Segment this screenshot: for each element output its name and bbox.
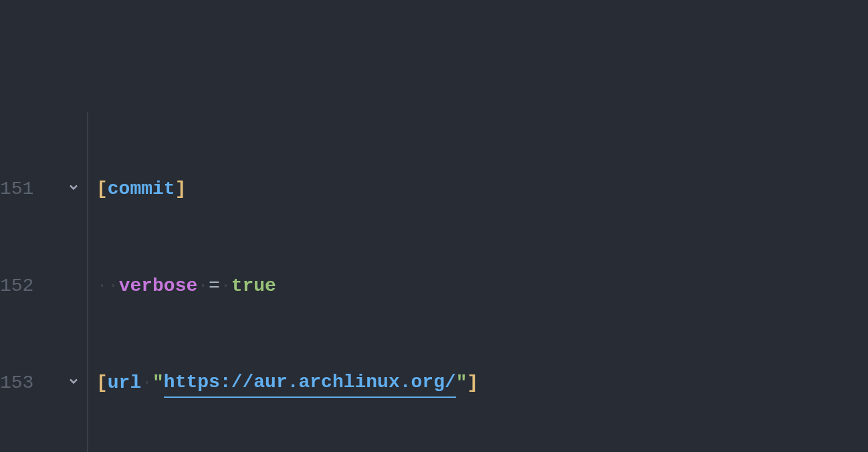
- bracket-close: ]: [175, 175, 187, 203]
- config-value: true: [231, 272, 276, 300]
- bracket-open: [: [96, 175, 108, 203]
- whitespace-dot: ·: [141, 369, 152, 397]
- quote-open: ": [152, 369, 164, 397]
- fold-gutter: [60, 112, 87, 452]
- code-line[interactable]: [commit]: [96, 168, 868, 209]
- bracket-open: [: [96, 369, 108, 397]
- whitespace-dot: ·: [108, 272, 119, 300]
- equals-operator: =: [209, 272, 220, 300]
- chevron-down-icon[interactable]: [60, 369, 87, 397]
- whitespace-dot: ·: [96, 272, 108, 300]
- line-number: 152: [0, 272, 33, 300]
- section-name: url: [108, 369, 141, 397]
- code-editor[interactable]: 151 152 153 154 155 156 157 158 159 160 …: [0, 112, 868, 452]
- code-line[interactable]: ··verbose·=·true: [96, 265, 868, 306]
- line-number: 151: [0, 175, 33, 203]
- section-name: commit: [108, 175, 175, 203]
- chevron-down-icon[interactable]: [60, 175, 87, 203]
- line-number: 153: [0, 369, 33, 397]
- code-line[interactable]: [url·"https://aur.archlinux.org/"]: [96, 362, 868, 403]
- bracket-close: ]: [467, 369, 479, 397]
- config-key: verbose: [119, 272, 198, 300]
- line-numbers-gutter: 151 152 153 154 155 156 157 158 159 160 …: [0, 112, 60, 452]
- url-link[interactable]: https://aur.archlinux.org/: [164, 368, 456, 398]
- whitespace-dot: ·: [197, 272, 209, 300]
- code-content[interactable]: [commit] ··verbose·=·true [url·"https://…: [87, 112, 868, 452]
- whitespace-dot: ·: [220, 272, 231, 300]
- quote-close: ": [456, 369, 467, 397]
